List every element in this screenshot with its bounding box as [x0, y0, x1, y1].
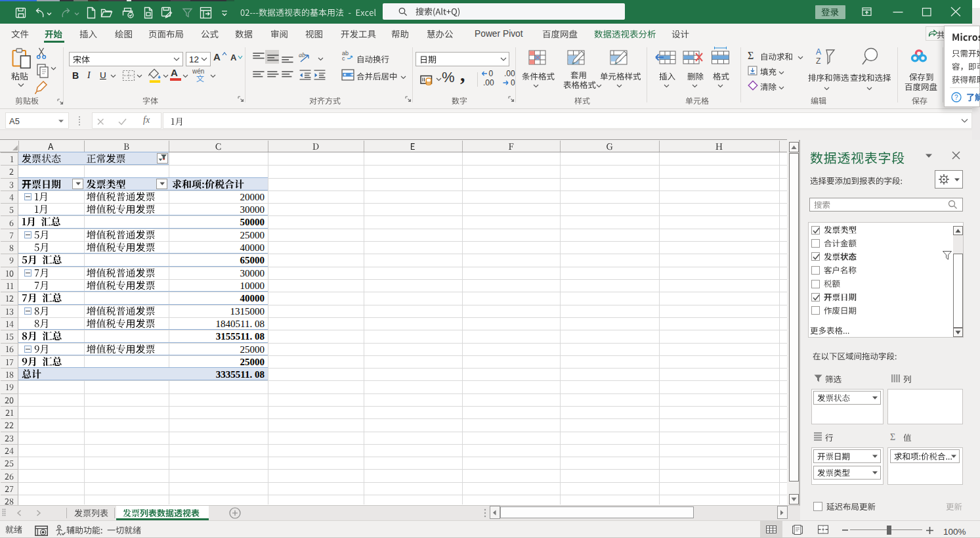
svg-text:.00: .00 — [504, 70, 515, 78]
svg-text:?: ? — [954, 94, 958, 101]
svg-text:c: c — [342, 55, 345, 61]
svg-text:A: A — [816, 47, 821, 56]
svg-text:wén: wén — [192, 68, 204, 74]
svg-text:.00: .00 — [483, 78, 494, 87]
svg-text:0: 0 — [489, 70, 494, 78]
svg-text:ab: ab — [299, 51, 305, 58]
svg-text:Z: Z — [816, 56, 820, 66]
svg-text:0: 0 — [511, 78, 515, 87]
